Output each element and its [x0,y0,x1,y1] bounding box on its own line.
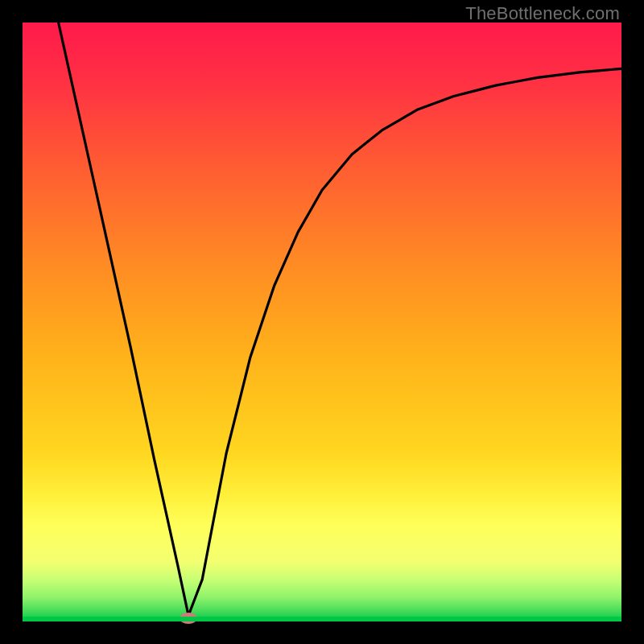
curve-svg [23,23,621,621]
watermark-text: TheBottleneck.com [465,3,620,24]
bottom-green-band [23,617,621,621]
curve-line [59,23,621,616]
plot-area [23,23,621,621]
